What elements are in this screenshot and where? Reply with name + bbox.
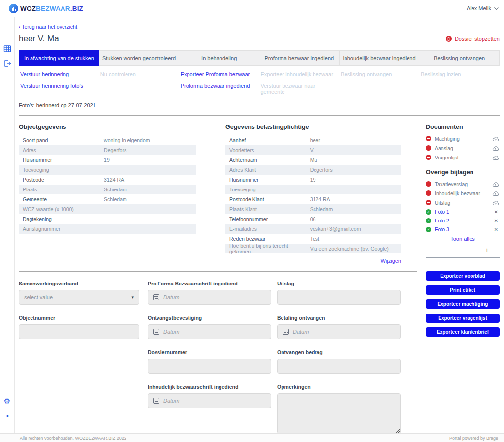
upload-cloud-icon[interactable] xyxy=(492,145,500,151)
calendar-icon xyxy=(153,294,159,300)
tab-beslissing-ontvangen[interactable]: Beslissing ontvangen xyxy=(419,50,500,66)
attachments-title: Overige bijlagen xyxy=(426,169,500,176)
samenwerkingsverband-label: Samenwerkingsverband xyxy=(19,281,139,286)
objectnummer-input[interactable] xyxy=(19,324,139,339)
dossier-form: Samenwerkingsverband select value ▾ Obje… xyxy=(19,281,401,433)
inhoudelijk-ingediend-date-input[interactable]: Datum xyxy=(148,393,271,408)
exporteer-machtiging-button[interactable]: Exporteer machtiging xyxy=(426,299,500,309)
proforma-ingediend-label: Pro Forma Bezwaarschrift ingediend xyxy=(148,281,271,286)
footer-copyright: Alle rechten voorbehouden. WOZBEZWAAR.BI… xyxy=(20,436,126,441)
upload-cloud-icon[interactable] xyxy=(492,190,500,196)
upload-cloud-icon[interactable] xyxy=(492,199,500,206)
table-row: Soort pandwoning in eigendom xyxy=(19,135,196,145)
stop-dossier-button[interactable]: Dossier stopzetten xyxy=(446,36,500,42)
table-row: VoorlettersV. xyxy=(225,145,401,155)
export-logout-icon[interactable] xyxy=(3,59,11,67)
left-sidebar: ⚙ ◂ xyxy=(0,17,15,433)
action-verstuur-herinnering-fotos[interactable]: Verstuur herinnering foto's xyxy=(20,83,94,89)
table-row: Hoe bent u bij ons terecht gekomenVia ee… xyxy=(225,244,401,253)
action-exporteer-proforma[interactable]: Exporteer Proforma bezwaar xyxy=(181,71,254,77)
stop-dossier-label: Dossier stopzetten xyxy=(455,36,500,42)
user-menu[interactable]: Alex Melik xyxy=(467,5,497,11)
main-content: ‹ Terug naar het overzicht heer V. Ma Do… xyxy=(15,17,504,433)
missing-status-icon xyxy=(426,200,431,205)
betaling-ontvangen-date-input[interactable]: Datum xyxy=(277,324,401,339)
add-attachment-button[interactable]: + xyxy=(426,246,500,253)
upload-cloud-icon[interactable] xyxy=(492,154,500,160)
footer-powered-by: Portal powered by Brage xyxy=(449,436,498,441)
proforma-ingediend-date-input[interactable]: Datum xyxy=(148,290,271,305)
chevron-down-icon xyxy=(494,5,498,9)
table-row: E-mailadresvoskan+3@gmail.com xyxy=(225,224,401,234)
exporteer-vragenlijst-button[interactable]: Exporteer vragenlijst xyxy=(426,314,500,323)
show-all-link[interactable]: Toon alles xyxy=(426,236,500,242)
tab-stukken-gecontroleerd[interactable]: Stukken worden gecontroleerd xyxy=(99,50,180,66)
logo-text: WOZBEZWAAR.BiZ xyxy=(20,5,83,12)
upload-cloud-icon[interactable] xyxy=(492,181,500,187)
list-item: Foto 2 ✕ xyxy=(426,218,500,223)
object-data-title: Objectgegevens xyxy=(19,124,196,130)
photo-link[interactable]: Foto 2 xyxy=(435,218,493,223)
ontvangen-bedrag-input[interactable] xyxy=(277,359,401,374)
photo-link[interactable]: Foto 1 xyxy=(435,209,493,215)
remove-x-icon[interactable]: ✕ xyxy=(493,218,500,223)
calendar-icon xyxy=(283,329,289,335)
taxpayer-data-panel: Gegevens belastingplichtige Aanhefheer V… xyxy=(225,124,401,264)
uitslag-label: Uitslag xyxy=(277,281,401,286)
list-item: Foto 1 ✕ xyxy=(426,209,500,215)
list-item: Vragenlijst xyxy=(426,154,500,160)
objectnummer-label: Objectnummer xyxy=(19,315,139,321)
action-proforma-ingediend[interactable]: Proforma bezwaar ingediend xyxy=(181,83,254,89)
photo-link[interactable]: Foto 3 xyxy=(435,226,493,232)
dossiernummer-input[interactable] xyxy=(148,359,271,374)
action-beslissing-ontvangen: Beslissing ontvangen xyxy=(341,71,414,77)
table-row: Huisnummer19 xyxy=(225,175,401,185)
collapse-sidebar-icon[interactable]: ◂ xyxy=(3,411,11,420)
photos-reminder-note: Foto's: herinnerd op 27-07-2021 xyxy=(19,102,500,108)
table-row: Toevoeging xyxy=(225,185,401,194)
samenwerkingsverband-select[interactable]: select value ▾ xyxy=(19,290,139,305)
settings-gear-icon[interactable]: ⚙ xyxy=(3,397,11,405)
missing-status-icon xyxy=(426,155,431,160)
exporteer-klantenbrief-button[interactable]: Exporteer klantenbrief xyxy=(426,327,500,337)
list-item: Uitslag xyxy=(426,199,500,206)
grid-overview-icon[interactable] xyxy=(3,44,11,53)
print-etiket-button[interactable]: Print etiket xyxy=(426,285,500,295)
tab-proforma-ingediend[interactable]: Proforma bezwaar ingediend xyxy=(259,50,340,66)
tab-inhoudelijk-ingediend[interactable]: Inhoudelijk bezwaar ingediend xyxy=(340,50,420,66)
user-name: Alex Melik xyxy=(467,5,491,11)
table-row: Aanslagnummer xyxy=(19,224,196,234)
section-divider xyxy=(19,115,500,116)
section-divider xyxy=(19,271,417,272)
table-row: Toevoeging xyxy=(19,165,196,175)
table-row: Postcode Klant3124 RA xyxy=(225,194,401,204)
remove-x-icon[interactable]: ✕ xyxy=(493,227,500,232)
tab-in-behandeling[interactable]: In behandeling xyxy=(179,50,259,66)
ontvangen-bedrag-label: Ontvangen bedrag xyxy=(277,349,401,355)
edit-taxpayer-link[interactable]: Wijzigen xyxy=(380,258,401,264)
upload-cloud-icon[interactable] xyxy=(492,135,500,142)
opmerkingen-label: Opmerkingen xyxy=(277,384,401,390)
betaling-ontvangen-label: Betaling ontvangen xyxy=(277,315,401,321)
action-nu-controleren: Nu controleren xyxy=(100,71,174,77)
exporteer-voorblad-button[interactable]: Exporteer voorblad xyxy=(426,271,500,281)
list-item: Machtiging xyxy=(426,135,500,142)
action-verstuur-herinnering[interactable]: Verstuur herinnering xyxy=(20,71,94,77)
status-tab-bar: In afwachting van de stukken Stukken wor… xyxy=(19,50,500,66)
uploaded-status-icon xyxy=(426,218,431,223)
uploaded-status-icon xyxy=(426,227,431,232)
table-row: Aanhefheer xyxy=(225,135,401,145)
remove-x-icon[interactable]: ✕ xyxy=(493,209,500,215)
app-logo[interactable]: WOZBEZWAAR.BiZ xyxy=(9,4,83,13)
uitslag-input[interactable] xyxy=(277,290,401,305)
page: WOZBEZWAAR.BiZ Alex Melik ⚙ ◂ ‹ Terug na… xyxy=(0,0,504,442)
action-exporteer-inhoudelijk: Exporteer inhoudelijk bezwaar xyxy=(260,71,334,77)
tab-in-afwachting[interactable]: In afwachting van de stukken xyxy=(19,50,99,66)
ontvangstbevestiging-date-input[interactable]: Datum xyxy=(148,324,271,339)
list-item: Aanslag xyxy=(426,145,500,151)
inhoudelijk-ingediend-label: Inhoudelijk bezwaarschrift ingediend xyxy=(148,384,271,390)
back-to-overview-link[interactable]: ‹ Terug naar het overzicht xyxy=(19,24,500,30)
table-row: Adres KlantDegerfors xyxy=(225,165,401,175)
logo-building-icon xyxy=(9,4,18,13)
opmerkingen-textarea[interactable] xyxy=(277,393,401,433)
